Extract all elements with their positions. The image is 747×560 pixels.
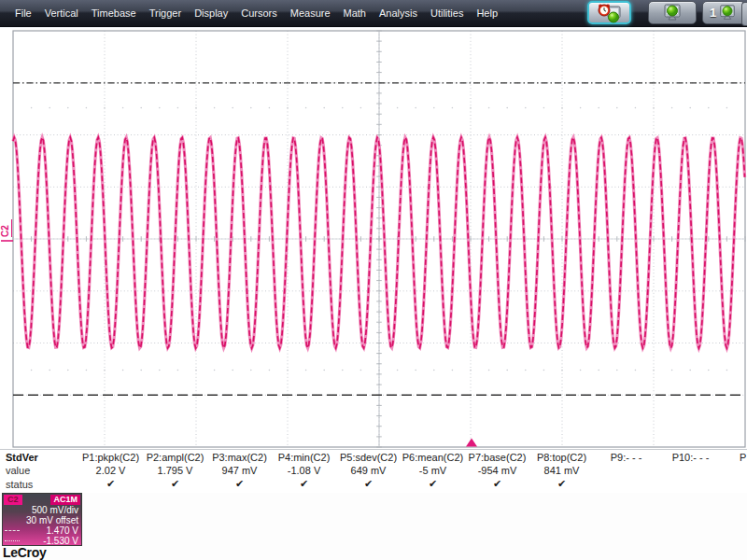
menu-help[interactable]: Help <box>470 1 504 25</box>
measure-status-label: status <box>0 477 78 491</box>
menu-display[interactable]: Display <box>188 1 234 25</box>
param-status-overflow <box>723 477 747 491</box>
menu-math[interactable]: Math <box>337 1 373 25</box>
scope-display-icon <box>717 3 738 23</box>
param-value: 2.02 V <box>78 464 143 477</box>
button-number-label: 1 <box>710 7 716 19</box>
param-status <box>658 477 723 491</box>
param-status: ✔ <box>529 477 594 491</box>
scope-display-button[interactable] <box>648 1 697 24</box>
param-value: -954 mV <box>465 464 529 477</box>
timer-scope-button[interactable] <box>587 1 631 24</box>
measure-mode-label: StdVer <box>0 450 78 464</box>
param-value <box>658 464 723 477</box>
param-status: ✔ <box>143 477 207 491</box>
param-label[interactable]: P1:pkpk(C2) <box>78 450 143 464</box>
param-value <box>594 464 658 477</box>
param-status: ✔ <box>401 477 465 491</box>
scope-display-1-button[interactable]: 1 <box>702 1 745 24</box>
coupling-badge: AC1M <box>50 495 80 505</box>
menu-trigger[interactable]: Trigger <box>143 1 188 25</box>
param-status: ✔ <box>272 477 336 491</box>
cursor-bottom-level-readout: -1.530 V <box>43 536 78 546</box>
measure-table: StdVerP1:pkpk(C2)P2:ampl(C2)P3:max(C2)P4… <box>0 449 747 493</box>
trigger-position-marker <box>466 439 477 447</box>
c2-trace-label: C2 <box>0 225 10 237</box>
dashdot-line-icon <box>5 530 20 531</box>
waveform-display: C2 <box>0 26 747 450</box>
oscilloscope-window: FileVerticalTimebaseTriggerDisplayCursor… <box>0 0 747 560</box>
toolbar-overflow-button[interactable] <box>741 2 747 26</box>
menu-file[interactable]: File <box>8 1 38 25</box>
param-status: ✔ <box>207 477 272 491</box>
scope-grid: C2 <box>0 28 747 450</box>
alarm-clock-scope-icon <box>596 3 624 23</box>
param-status: ✔ <box>336 477 401 491</box>
param-value-overflow <box>723 464 747 477</box>
channel-c2-descriptor[interactable]: C2 AC1M 500 mV/div 30 mV offset 1.470 V … <box>2 493 82 546</box>
menu-items: FileVerticalTimebaseTriggerDisplayCursor… <box>0 0 504 26</box>
param-label[interactable]: P8:top(C2) <box>529 450 594 464</box>
param-value: 1.795 V <box>143 464 207 477</box>
param-status: ✔ <box>78 477 143 491</box>
lecroy-logo: LeCroy <box>3 545 48 560</box>
scope-display-icon <box>661 3 684 23</box>
param-label[interactable]: P6:mean(C2) <box>401 450 465 464</box>
menu-analysis[interactable]: Analysis <box>373 1 424 25</box>
menu-timebase[interactable]: Timebase <box>85 1 143 25</box>
channel-badge: C2 <box>4 495 22 505</box>
param-label[interactable]: P5:sdev(C2) <box>336 450 401 464</box>
param-value: 649 mV <box>336 464 401 477</box>
param-value: -5 mV <box>401 464 465 477</box>
param-label[interactable]: P3:max(C2) <box>207 450 272 464</box>
param-value: 841 mV <box>529 464 594 477</box>
param-label[interactable]: P2:ampl(C2) <box>143 450 207 464</box>
param-label[interactable]: P9:- - - <box>594 450 658 464</box>
param-status: ✔ <box>465 477 529 491</box>
param-label-overflow: P <box>723 450 747 464</box>
dotted-line-icon <box>5 540 20 541</box>
menu-measure[interactable]: Measure <box>284 1 337 25</box>
param-status <box>594 477 658 491</box>
param-value: -1.08 V <box>272 464 336 477</box>
menu-utilities[interactable]: Utilities <box>424 1 470 25</box>
param-label[interactable]: P7:base(C2) <box>465 450 529 464</box>
param-label[interactable]: P10:- - - <box>658 450 723 464</box>
param-value: 947 mV <box>207 464 272 477</box>
measure-value-label: value <box>0 464 78 477</box>
menu-cursors[interactable]: Cursors <box>234 1 284 25</box>
menu-bar: FileVerticalTimebaseTriggerDisplayCursor… <box>0 0 747 27</box>
param-label[interactable]: P4:min(C2) <box>272 450 336 464</box>
offset-readout: 30 mV offset <box>3 515 81 525</box>
menu-vertical[interactable]: Vertical <box>38 1 85 25</box>
cursor-top-level-readout: 1.470 V <box>47 525 78 536</box>
volts-per-div-readout: 500 mV/div <box>3 505 81 515</box>
